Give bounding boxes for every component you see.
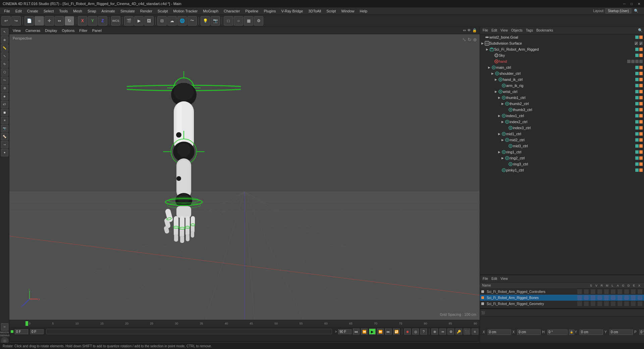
go-to-end-button[interactable]: ⏭	[385, 329, 392, 335]
menu-script[interactable]: Script	[324, 8, 338, 14]
vp-menu-display[interactable]: Display	[43, 28, 59, 33]
obj-objects-menu[interactable]: Objects	[510, 28, 524, 33]
scene-row-geometry[interactable]: Sci_Fi_Robot_Arm_Rigged_Geometry	[480, 301, 644, 307]
obj-bookmarks-menu[interactable]: Bookmarks	[535, 28, 554, 33]
camera-object[interactable]: 📷	[211, 16, 220, 26]
go-to-start-button[interactable]: ⏮	[353, 329, 360, 335]
move-tl-btn[interactable]: ⊕	[431, 329, 438, 335]
tf-x-scale[interactable]	[517, 330, 541, 335]
menu-sculpt[interactable]: Sculpt	[155, 8, 171, 14]
point-light[interactable]: 💡	[201, 16, 210, 26]
render-viewport[interactable]: ▶	[134, 16, 144, 26]
menu-pipeline[interactable]: Pipeline	[243, 8, 261, 14]
obj-row-hand_ik_ctrl[interactable]: ▶hand_ik_ctrl	[480, 77, 644, 83]
scene-edit[interactable]: Edit	[490, 277, 498, 281]
vp-menu-panel[interactable]: Panel	[90, 28, 104, 33]
tf-lock-button[interactable]: 🔒	[569, 330, 574, 335]
menu-character[interactable]: Character	[221, 8, 243, 14]
tool-rotate[interactable]: ↻	[1, 60, 8, 68]
tf-y-scale[interactable]	[609, 330, 633, 335]
scene-view[interactable]: View	[499, 277, 509, 281]
obj-row-subdivision[interactable]: ▶ Subdivision Surface ✓ ✓	[480, 40, 644, 46]
obj-row-mid2_ctrl[interactable]: ▶mid2_ctrl	[480, 137, 644, 143]
tool-bone[interactable]: 🦴	[1, 133, 8, 140]
obj-row-thumb2_ctrl[interactable]: ▶thumb2_ctrl	[480, 101, 644, 107]
tool-ik[interactable]: ⊸	[1, 141, 8, 148]
vp-menu-filter[interactable]: Filter	[77, 28, 89, 33]
tool-tag[interactable]: 🏷	[1, 101, 8, 108]
menu-snap[interactable]: Snap	[85, 8, 99, 14]
redo-button[interactable]: ↪	[11, 16, 21, 26]
snap-settings[interactable]: ⚙	[254, 16, 263, 26]
obj-row-wrist_ctrl[interactable]: ▶wrist_ctrl	[480, 89, 644, 95]
obj-file-menu[interactable]: File	[481, 28, 489, 33]
rotate-tool[interactable]: ↻	[65, 16, 74, 26]
y-axis[interactable]: Y	[88, 16, 97, 26]
undo-button[interactable]: ↩	[1, 16, 11, 26]
obj-edit-menu[interactable]: Edit	[490, 28, 498, 33]
obj-row-mid3_ctrl[interactable]: mid3_ctrl	[480, 143, 644, 149]
scene-row-bones[interactable]: Sci_Fi_Robot_Arm_Rigged_Bones	[480, 295, 644, 301]
x-axis[interactable]: X	[78, 16, 87, 26]
obj-row-main_ctrl[interactable]: ▶main_ctrl	[480, 64, 644, 70]
menu-plugins[interactable]: Plugins	[261, 8, 278, 14]
menu-simulate[interactable]: Simulate	[118, 8, 138, 14]
step-forward-button[interactable]: ⏩	[377, 329, 384, 335]
menu-help[interactable]: Help	[357, 8, 370, 14]
tool-material[interactable]: ◼	[1, 109, 8, 116]
live-selection[interactable]: ○	[35, 16, 44, 26]
marker-tl-btn[interactable]: ⬛	[464, 329, 470, 335]
tool-pointer[interactable]: ↖	[1, 28, 8, 36]
menu-vray-bridge[interactable]: V-Ray Bridge	[279, 8, 306, 14]
obj-row-mid1_ctrl[interactable]: ▶mid1_ctrl	[480, 131, 644, 137]
tool-xpresso[interactable]: ✦	[1, 149, 8, 156]
step-back-button[interactable]: ⏪	[361, 329, 368, 335]
record-button[interactable]: ⏺	[404, 329, 411, 335]
scale-tl-btn[interactable]: ⇔	[439, 329, 446, 335]
scale-tool[interactable]: ⇔	[55, 16, 64, 26]
tool-polygon[interactable]: ⬡	[1, 68, 8, 76]
menu-3dtoall[interactable]: 3DToAll	[306, 8, 324, 14]
coord-system[interactable]: WCS	[111, 16, 120, 26]
ctrl-tl-btn[interactable]: ⚙	[447, 329, 454, 335]
menu-tools[interactable]: Tools	[56, 8, 70, 14]
maximize-button[interactable]: □	[629, 1, 634, 6]
display-filter[interactable]: ▦	[244, 16, 253, 26]
fog-object[interactable]: 〜	[187, 16, 197, 26]
obj-row-index1_ctrl[interactable]: ▶index1_ctrl	[480, 113, 644, 119]
menu-mesh[interactable]: Mesh	[70, 8, 85, 14]
tf-h-rot[interactable]	[547, 330, 568, 335]
search-icon[interactable]: 🔍	[633, 9, 640, 13]
loop-button[interactable]: 🔁	[393, 329, 400, 335]
tool-scale[interactable]: ⤡	[1, 52, 8, 60]
obj-view-menu[interactable]: View	[499, 28, 509, 33]
obj-row-ring1_ctrl[interactable]: ▶ring1_ctrl	[480, 149, 644, 155]
render-picture-viewer[interactable]: 🖼	[144, 16, 154, 26]
obj-row-index2_ctrl[interactable]: ▶index2_ctrl	[480, 119, 644, 125]
vp-menu-view[interactable]: View	[11, 28, 23, 33]
vp-menu-options[interactable]: Options	[60, 28, 76, 33]
minimize-button[interactable]: ─	[622, 1, 627, 6]
settings-tl-btn[interactable]: ≡	[472, 329, 478, 335]
timeline-scrubber[interactable]	[46, 329, 332, 334]
obj-row-index3_ctrl[interactable]: index3_ctrl	[480, 125, 644, 131]
floor-object[interactable]: ⊟	[157, 16, 167, 26]
timeline-playhead[interactable]	[25, 321, 28, 326]
viewport-3d[interactable]: Perspective ⤡ ↻ ⊕	[9, 34, 480, 320]
menu-animate[interactable]: Animate	[99, 8, 118, 14]
tf-y-pos[interactable]	[580, 330, 603, 335]
current-frame-input[interactable]	[15, 329, 28, 334]
cube-object[interactable]: □	[224, 16, 233, 26]
menu-select[interactable]: Select	[41, 8, 57, 14]
obj-row-arm_ik_rig[interactable]: arm_ik_rig	[480, 83, 644, 89]
menu-create[interactable]: Create	[24, 8, 41, 14]
tool-ruler[interactable]: 📏	[1, 44, 8, 52]
obj-row-hand[interactable]: hand	[480, 58, 644, 64]
sphere-object[interactable]: ○	[234, 16, 243, 26]
obj-row-thumb1_ctrl[interactable]: ▶thumb1_ctrl	[480, 95, 644, 101]
key-tl-btn[interactable]: 🔑	[455, 329, 462, 335]
sky-object[interactable]: ☁	[167, 16, 177, 26]
obj-row-sky[interactable]: Sky	[480, 52, 644, 58]
menu-render[interactable]: Render	[138, 8, 155, 14]
menu-motion-tracker[interactable]: Motion Tracker	[170, 8, 200, 14]
